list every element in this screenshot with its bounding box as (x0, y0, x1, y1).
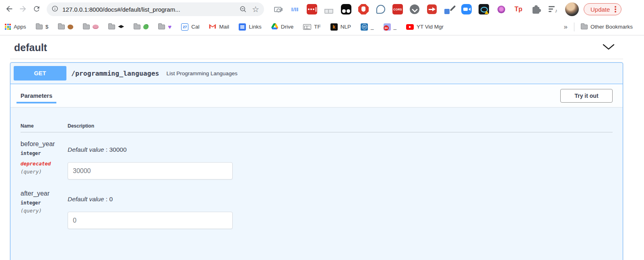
zoom-extension-icon[interactable] (461, 4, 472, 15)
bookmark-folder-dollar[interactable]: $ (36, 24, 49, 30)
bookmark-label: $ (45, 24, 49, 30)
bookmark-tf[interactable]: TF (303, 24, 321, 30)
folder-icon (158, 25, 165, 29)
bookmark-calendar[interactable]: 27 Cal (181, 23, 199, 31)
lastpass-extension-icon[interactable] (307, 4, 317, 14)
get-endpoint-block: GET /programming_languages List Programm… (10, 62, 623, 260)
pocket-extension-icon[interactable] (409, 4, 420, 15)
tag-section-header[interactable]: default (0, 35, 644, 54)
bookmark-nlp[interactable]: k NLP (330, 23, 351, 31)
section-divider (10, 59, 623, 59)
youtube-icon (406, 24, 414, 30)
tp-extension-icon[interactable]: Tp (513, 4, 524, 15)
bookmark-label: TF (314, 24, 321, 30)
try-it-out-button[interactable]: Try it out (560, 89, 613, 103)
other-bookmarks[interactable]: Other Bookmarks (581, 24, 633, 30)
bookmark-folder-heart[interactable]: ♥ (158, 24, 171, 30)
collapse-chevron-down-icon[interactable] (602, 43, 615, 52)
adblock-extension-icon[interactable] (358, 4, 369, 15)
reload-button[interactable] (30, 2, 43, 16)
bookmark-folder-graduation[interactable] (108, 25, 124, 29)
calendar-34-icon: 34 (384, 23, 391, 31)
bookmark-label: NLP (341, 24, 351, 30)
before-year-input[interactable] (68, 162, 233, 180)
site-info-icon[interactable] (52, 5, 58, 14)
bookmark-drive[interactable]: Drive (271, 23, 294, 31)
bookmark-mail[interactable]: Mail (209, 23, 229, 30)
endpoint-summary-row[interactable]: GET /programming_languages List Programm… (10, 63, 623, 84)
parameter-name: after_year (21, 190, 68, 197)
glasses-extension-icon[interactable] (323, 4, 334, 15)
bookmark-folder-brain[interactable] (83, 25, 99, 29)
deprecated-badge: deprecated (21, 161, 68, 167)
parameters-section-header: Parameters Try it out (10, 84, 623, 107)
black-dots-extension-icon[interactable] (341, 4, 352, 15)
bookmark-folder-herb[interactable] (134, 24, 149, 29)
bookmark-label: Drive (281, 24, 294, 30)
back-button[interactable] (2, 2, 16, 16)
bookmark-star-icon[interactable]: ☆ (252, 5, 259, 13)
bookmark-34[interactable]: 34 _ (384, 23, 397, 31)
kaggle-icon: k (330, 23, 338, 31)
bookmark-youtube[interactable]: YT Vid Mgr (406, 24, 444, 30)
bookmark-label: YT Vid Mgr (417, 24, 444, 30)
graduation-cap-emoji-icon (118, 25, 124, 29)
address-bar[interactable]: 127.0.0.1:8000/docs#/default/list_progra… (47, 2, 264, 16)
default-value-line: Default value : 0 (68, 196, 613, 203)
wordpress-icon: W (361, 23, 368, 31)
bookmark-label: Cal (191, 24, 199, 30)
zoom-out-icon[interactable] (239, 5, 247, 13)
after-year-input[interactable] (68, 212, 233, 229)
links-icon (239, 23, 246, 31)
bookmarks-divider (574, 23, 574, 31)
parameter-type: integer (21, 151, 68, 156)
extensions-row: I/II CORS Tp ♪ (272, 4, 559, 15)
purple-heart-emoji-icon: ♥ (168, 24, 171, 30)
folder-icon (134, 25, 140, 29)
menu-kebab-icon[interactable] (615, 6, 616, 12)
reload-icon (33, 5, 41, 14)
bookmark-wordpress[interactable]: W _ (361, 23, 374, 31)
brain-emoji-icon (93, 25, 99, 29)
tab-parameters[interactable]: Parameters (21, 93, 52, 99)
bookmark-links[interactable]: Links (239, 23, 262, 31)
folder-icon (581, 25, 588, 29)
google-calendar-icon: 27 (181, 23, 188, 31)
update-button[interactable]: Update (584, 3, 621, 15)
apps-grid-icon (5, 24, 11, 30)
bookmark-apps[interactable]: Apps (5, 24, 26, 30)
default-value-label: Default value (68, 146, 104, 153)
redirect-extension-icon[interactable] (426, 4, 438, 15)
bookmarks-overflow-chevron[interactable]: » (564, 23, 567, 31)
parameters-table: Name Description before_year integer dep… (10, 107, 623, 229)
playlist-extension-icon[interactable]: ♪ (547, 4, 559, 15)
profile-avatar[interactable] (565, 2, 579, 16)
forward-arrow-icon (19, 4, 27, 14)
parameter-type: integer (21, 200, 68, 206)
wayback-extension-icon[interactable]: I/II (289, 4, 301, 15)
page-title: default (14, 42, 47, 54)
parameter-location: (query) (21, 169, 68, 175)
bookmarks-bar: Apps $ ♥ 27 Cal Mail Links Drive (0, 19, 644, 35)
folder-icon (36, 25, 43, 29)
screen-capture-extension-icon[interactable] (272, 4, 283, 15)
column-header-description: Description (68, 123, 613, 129)
other-bookmarks-label: Other Bookmarks (590, 24, 633, 30)
bookmark-label: _ (394, 24, 397, 30)
react-devtools-extension-icon[interactable] (478, 4, 489, 15)
google-drive-icon (271, 23, 278, 31)
parameter-location: (query) (21, 208, 68, 214)
forward-button[interactable] (16, 2, 30, 16)
back-arrow-icon (5, 4, 14, 14)
flower-extension-icon[interactable] (495, 4, 507, 15)
url-text[interactable]: 127.0.0.1:8000/docs#/default/list_progra… (62, 6, 234, 13)
puzzle-extension-icon[interactable] (530, 4, 541, 15)
bookmark-label: Apps (14, 24, 26, 30)
colon: : (106, 196, 107, 202)
bookmark-folder-horse[interactable] (58, 25, 73, 29)
bookmark-label: Mail (219, 24, 229, 30)
cors-extension-icon[interactable]: CORS (392, 4, 403, 14)
colorzilla-extension-icon[interactable] (444, 4, 455, 15)
gmail-icon (209, 23, 216, 30)
chat-bubble-extension-icon[interactable] (375, 4, 386, 15)
